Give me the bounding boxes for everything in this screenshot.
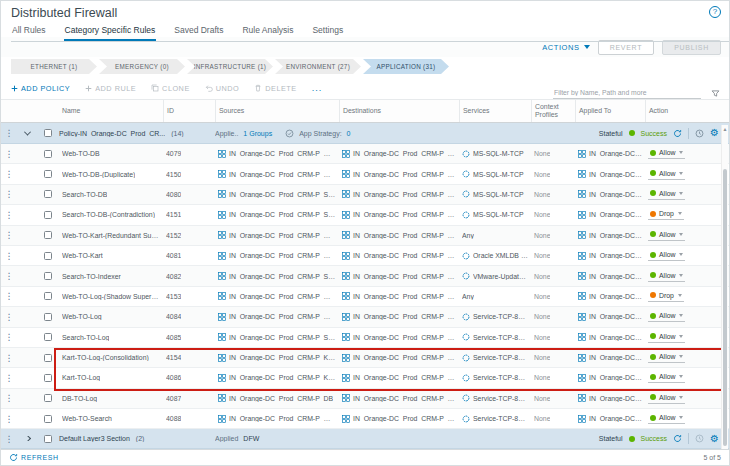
col-header-services[interactable]: Services	[459, 100, 531, 122]
rule-row[interactable]: ⋮ Web-TO-Kart 4081 IN_Orange-DC_Prod_CRM…	[1, 246, 729, 266]
rule-checkbox[interactable]	[37, 231, 59, 239]
expand-chevron-icon[interactable]	[17, 436, 37, 441]
policy-groups-link[interactable]: 1 Groups	[243, 130, 272, 137]
gear-icon[interactable]: ⚙	[710, 434, 719, 444]
rule-applied-to[interactable]: IN_Orange-DC_Prod_CRM-P	[589, 334, 642, 341]
undo-button[interactable]: UNDO	[205, 84, 240, 93]
rule-source[interactable]: IN_Orange-DC_Prod_CRM-P_Web	[229, 313, 336, 320]
category-tab-emergency[interactable]: EMERGENCY (0)	[99, 59, 185, 74]
action-dropdown[interactable]: Allow	[648, 311, 685, 322]
policy-section-row[interactable]: ⋮ Policy-IN_Orange-DC_Prod_CR... (14) Ap…	[1, 123, 729, 144]
col-header-context-profiles[interactable]: Context Profiles	[531, 100, 575, 122]
rule-service[interactable]: Any	[462, 232, 474, 239]
action-dropdown[interactable]: Allow	[648, 148, 685, 159]
col-header-applied-to[interactable]: Applied To	[575, 100, 645, 122]
rule-service[interactable]: Service-TCP-8081	[473, 313, 528, 320]
rule-checkbox[interactable]	[37, 292, 59, 300]
rule-destination[interactable]: IN_Orange-DC_Prod_CRM-P_Ind...	[353, 273, 456, 280]
delete-button[interactable]: DELETE	[254, 84, 296, 93]
add-rule-button[interactable]: ADD RULE	[85, 84, 136, 93]
rule-service[interactable]: VMware-UpdateM...	[473, 273, 528, 280]
rule-applied-to[interactable]: IN_Orange-DC_Prod_CRM-P	[589, 313, 642, 320]
rule-source[interactable]: IN_Orange-DC_Prod_CRM-P_Search	[229, 334, 336, 341]
rule-applied-to[interactable]: IN_Orange-DC_Prod_CRM-P	[589, 395, 642, 402]
rule-row[interactable]: ⋮ Web-TO-DB-(Duplicate) 4150 IN_Orange-D…	[1, 164, 729, 184]
col-header-action[interactable]: Action	[645, 100, 729, 122]
action-dropdown[interactable]: Allow	[648, 169, 685, 180]
action-dropdown[interactable]: Drop	[648, 291, 684, 302]
kebab-menu-icon[interactable]: ⋮	[1, 353, 17, 363]
rule-applied-to[interactable]: IN_Orange-DC_Prod_CRM-P	[589, 171, 642, 178]
rule-source[interactable]: IN_Orange-DC_Prod_CRM-P_DB	[229, 395, 333, 402]
kebab-menu-icon[interactable]: ⋮	[1, 271, 17, 281]
rule-checkbox[interactable]	[37, 415, 59, 423]
action-dropdown[interactable]: Allow	[648, 189, 685, 200]
action-dropdown[interactable]: Drop	[648, 209, 684, 220]
rule-row[interactable]: ⋮ Web-TO-Log-(Shadow SuperSet) 4153 IN_O…	[1, 287, 729, 307]
rule-destination[interactable]: IN_Orange-DC_Prod_CRM-P_Log	[353, 354, 456, 361]
rule-applied-to[interactable]: IN_Orange-DC_Prod_CRM-P	[589, 232, 642, 239]
rule-row[interactable]: ⋮ Kart-TO-Log-(Consolidation) 4154 IN_Or…	[1, 348, 729, 368]
kebab-menu-icon[interactable]: ⋮	[1, 128, 17, 138]
rule-service[interactable]: MS-SQL-M-TCP	[473, 211, 524, 218]
action-dropdown[interactable]: Allow	[648, 352, 685, 363]
kebab-menu-icon[interactable]: ⋮	[1, 210, 17, 220]
rule-source[interactable]: IN_Orange-DC_Prod_CRM-P_Web	[229, 232, 336, 239]
rule-destination[interactable]: IN_Orange-DC_Prod_CRM-P_Log	[353, 313, 456, 320]
rule-destination[interactable]: IN_Orange-DC_Prod_CRM-P_Log	[353, 293, 456, 300]
action-dropdown[interactable]: Allow	[648, 230, 685, 241]
rule-applied-to[interactable]: IN_Orange-DC_Prod_CRM-P	[589, 191, 642, 198]
rule-service[interactable]: MS-SQL-M-TCP	[473, 191, 524, 198]
kebab-menu-icon[interactable]: ⋮	[1, 251, 17, 261]
clock-icon[interactable]	[695, 434, 704, 443]
rule-applied-to[interactable]: IN_Orange-DC_Prod_CRM-P	[589, 273, 642, 280]
main-tab-settings[interactable]: Settings	[311, 22, 344, 41]
category-tab-application[interactable]: APPLICATION (31)	[363, 59, 449, 74]
sync-icon[interactable]	[673, 129, 682, 138]
filter-input[interactable]	[553, 87, 701, 99]
rule-row[interactable]: ⋮ Search-TO-Indexer 4082 IN_Orange-DC_Pr…	[1, 266, 729, 286]
rule-row[interactable]: ⋮ DB-TO-Log 4087 IN_Orange-DC_Prod_CRM-P…	[1, 389, 729, 409]
rule-service[interactable]: Service-TCP-8983	[473, 354, 528, 361]
rule-source[interactable]: IN_Orange-DC_Prod_CRM-P_Search	[229, 191, 336, 198]
rule-destination[interactable]: IN_Orange-DC_Prod_CRM-P_DB	[353, 211, 456, 218]
rule-service[interactable]: Oracle XMLDB HT...	[473, 252, 528, 259]
rule-service[interactable]: Service-TCP-8081	[473, 395, 528, 402]
rule-checkbox[interactable]	[37, 272, 59, 280]
rule-checkbox[interactable]	[37, 354, 59, 362]
main-tab-saved-drafts[interactable]: Saved Drafts	[173, 22, 224, 41]
rule-service[interactable]: MS-SQL-M-TCP	[473, 171, 524, 178]
rule-source[interactable]: IN_Orange-DC_Prod_CRM-P_Web	[229, 171, 336, 178]
rule-checkbox[interactable]	[37, 211, 59, 219]
rule-destination[interactable]: IN_Orange-DC_Prod_CRM-P_Log	[353, 334, 456, 341]
clone-button[interactable]: CLONE	[151, 84, 190, 93]
rule-source[interactable]: IN_Orange-DC_Prod_CRM-P_Web	[229, 252, 336, 259]
rule-service[interactable]: MS-SQL-M-TCP	[473, 150, 524, 157]
rule-service[interactable]: Service-TCP-8081	[473, 334, 528, 341]
rule-destination[interactable]: IN_Orange-DC_Prod_CRM-P_DB	[353, 171, 456, 178]
category-tab-infrastructure[interactable]: INFRASTRUCTURE (1)	[187, 59, 273, 74]
rule-checkbox[interactable]	[37, 170, 59, 178]
kebab-menu-icon[interactable]: ⋮	[1, 373, 17, 383]
clock-icon[interactable]	[695, 129, 704, 138]
rule-destination[interactable]: IN_Orange-DC_Prod_CRM-P_Log	[353, 374, 456, 381]
main-tab-rule-analysis[interactable]: Rule Analysis	[241, 22, 294, 41]
kebab-menu-icon[interactable]: ⋮	[1, 169, 17, 179]
col-header-sources[interactable]: Sources	[215, 100, 339, 122]
rule-row[interactable]: ⋮ Search-TO-DB 4080 IN_Orange-DC_Prod_CR…	[1, 185, 729, 205]
action-dropdown[interactable]: Allow	[648, 372, 685, 383]
rule-checkbox[interactable]	[37, 150, 59, 158]
rule-row[interactable]: ⋮ Web-TO-DB 4079 IN_Orange-DC_Prod_CRM-P…	[1, 144, 729, 164]
rule-applied-to[interactable]: IN_Orange-DC_Prod_CRM-P	[589, 354, 642, 361]
kebab-menu-icon[interactable]: ⋮	[1, 393, 17, 403]
rule-destination[interactable]: IN_Orange-DC_Prod_CRM-P_DB	[353, 150, 456, 157]
rule-checkbox[interactable]	[37, 394, 59, 402]
action-dropdown[interactable]: Allow	[648, 413, 685, 424]
action-dropdown[interactable]: Allow	[648, 393, 685, 404]
rule-row[interactable]: ⋮ Search-TO-Log 4085 IN_Orange-DC_Prod_C…	[1, 328, 729, 348]
rule-applied-to[interactable]: IN_Orange-DC_Prod_CRM-P	[589, 415, 642, 422]
col-header-id[interactable]: ID	[163, 100, 215, 122]
rule-destination[interactable]: IN_Orange-DC_Prod_CRM-P_Kart	[353, 252, 456, 259]
rule-row[interactable]: ⋮ Web-TO-Search 4088 IN_Orange-DC_Prod_C…	[1, 409, 729, 429]
section-checkbox[interactable]	[37, 435, 59, 443]
